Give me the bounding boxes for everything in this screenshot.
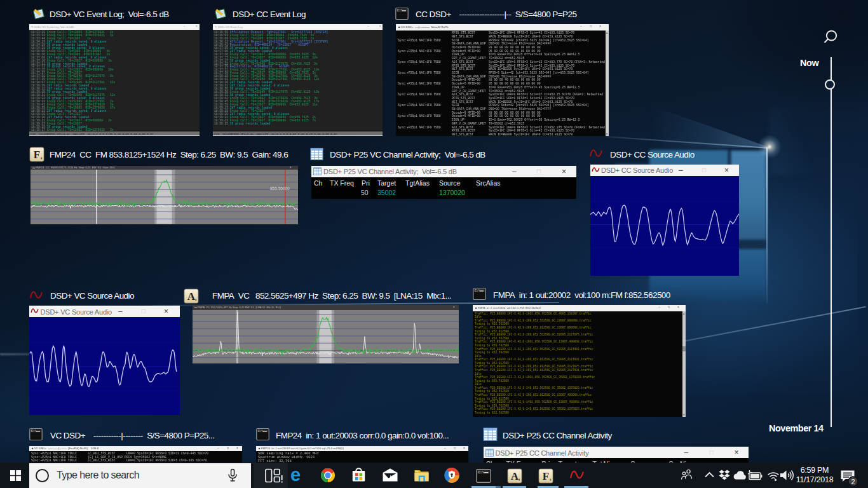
svg-text:C:\: C:\	[475, 289, 480, 292]
svg-text:C:\: C:\	[258, 430, 264, 433]
svg-text:2: 2	[851, 478, 855, 485]
svg-text:e: e	[290, 466, 301, 484]
svg-text:C:\: C:\	[397, 9, 403, 12]
svg-text:C:\: C:\	[478, 471, 484, 475]
svg-text:A: A	[511, 470, 519, 482]
svg-text:C:\: C:\	[31, 430, 37, 433]
svg-text:A: A	[187, 290, 196, 302]
svg-text:F: F	[543, 470, 549, 482]
svg-text:F: F	[34, 149, 40, 161]
svg-text:855.55000: 855.55000	[270, 186, 290, 191]
